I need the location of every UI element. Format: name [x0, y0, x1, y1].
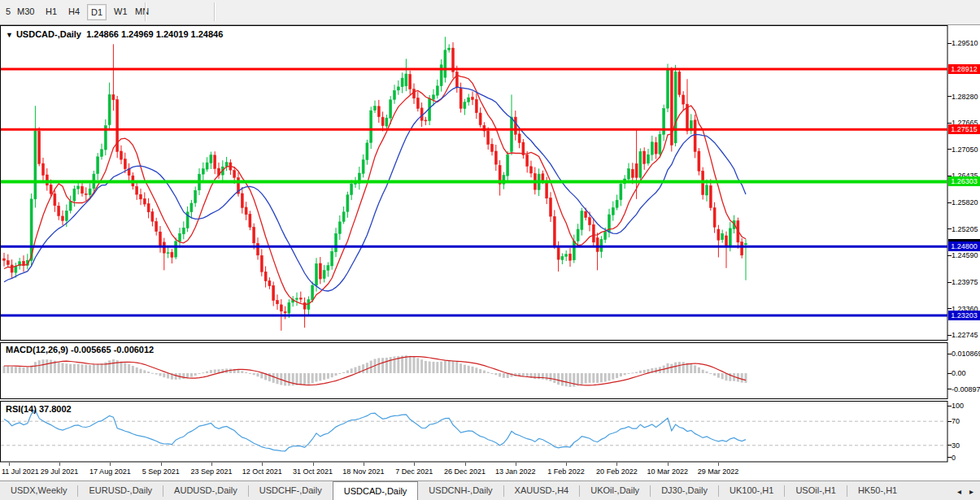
- candle: [472, 98, 474, 100]
- candle: [62, 216, 64, 220]
- candle: [140, 194, 142, 199]
- candle: [342, 212, 345, 222]
- macd-bar: [182, 373, 185, 379]
- macd-bar: [494, 373, 497, 375]
- date-label: 18 Nov 2021: [342, 467, 384, 476]
- tab-usdchf-daily[interactable]: USDCHF-,Daily: [249, 481, 333, 500]
- candle: [479, 113, 481, 125]
- macd-bar: [448, 360, 451, 373]
- candle: [589, 218, 591, 225]
- candle: [628, 169, 630, 179]
- tab-usoil-h1[interactable]: USOil-,H1: [785, 481, 847, 500]
- price-level-label: 1.24800: [948, 241, 980, 251]
- candle: [577, 229, 579, 241]
- chart-tab-bar: USDX,WeeklyEURUSD-,DailyAUDUSD-,DailyUSD…: [0, 480, 980, 500]
- candle: [179, 233, 181, 241]
- candle: [335, 233, 338, 251]
- candle: [42, 163, 45, 175]
- candle: [81, 186, 84, 193]
- macd-bar: [503, 373, 505, 378]
- tab-audusd-daily[interactable]: AUDUSD-,Daily: [163, 481, 248, 500]
- date-tick: [616, 463, 617, 466]
- candle: [455, 72, 458, 88]
- tab-ukoil-daily[interactable]: UKOil-,Daily: [580, 481, 650, 500]
- tab-hk50-h1[interactable]: HK50-,H1: [847, 481, 908, 500]
- macd-bar: [589, 373, 591, 383]
- candle: [241, 193, 243, 207]
- macd-bar: [272, 373, 275, 383]
- macd-bar: [721, 373, 724, 379]
- macd-bar: [194, 373, 197, 376]
- date-label: 10 Mar 2022: [647, 467, 688, 476]
- macd-bar: [409, 356, 412, 373]
- macd-bar: [592, 373, 595, 383]
- candle: [444, 50, 446, 77]
- macd-bar: [11, 367, 13, 373]
- tab-usdcad-daily[interactable]: USDCAD-,Daily: [333, 481, 419, 500]
- macd-bar: [323, 373, 325, 380]
- chart-canvas[interactable]: [0, 0, 980, 500]
- candle: [717, 229, 720, 240]
- tab-eurusd-daily[interactable]: EURUSD-,Daily: [78, 481, 163, 500]
- macd-bar: [452, 361, 455, 373]
- macd-bar: [620, 373, 622, 376]
- date-label: 1 Feb 2022: [547, 467, 585, 476]
- candle: [277, 300, 279, 303]
- tab-usdcnh-daily[interactable]: USDCNH-,Daily: [418, 481, 503, 500]
- candle: [557, 247, 560, 259]
- candle: [596, 238, 599, 252]
- macd-bar: [210, 370, 212, 373]
- macd-bar: [97, 364, 99, 373]
- price-level-label: 1.23203: [948, 311, 980, 320]
- date-label: 17 Aug 2021: [89, 467, 131, 476]
- candle: [245, 207, 247, 215]
- chart-dropdown-arrow[interactable]: ▼: [6, 31, 13, 39]
- tab-xauusd-h4[interactable]: XAUUSD-,H4: [504, 481, 580, 500]
- macd-bar: [331, 373, 333, 377]
- candle: [147, 204, 150, 212]
- date-axis[interactable]: 11 Jul 202129 Jul 202117 Aug 20215 Sep 2…: [0, 463, 980, 480]
- macd-bar: [112, 359, 115, 373]
- rsi-axis-label: 100: [952, 402, 964, 410]
- candle: [268, 280, 271, 285]
- macd-bar: [73, 364, 76, 373]
- macd-bar: [702, 370, 704, 373]
- tab-uk100-h1[interactable]: UK100-,H1: [719, 481, 784, 500]
- candle: [167, 253, 169, 254]
- date-tick: [262, 463, 263, 466]
- date-tick: [718, 463, 719, 466]
- date-tick: [211, 463, 212, 466]
- date-label: 13 Jan 2022: [495, 467, 536, 476]
- candle: [518, 134, 520, 143]
- macd-bar: [65, 363, 68, 373]
- macd-bar: [77, 364, 80, 373]
- candle: [288, 302, 290, 313]
- candle: [616, 200, 618, 207]
- macd-bar: [335, 373, 338, 376]
- macd-bar: [698, 367, 700, 373]
- candle: [573, 241, 575, 260]
- candle: [299, 298, 302, 300]
- tab-scroll-right-icon[interactable]: ▸: [969, 487, 973, 496]
- price-tick-label: 1.23975: [952, 278, 978, 286]
- candle: [394, 90, 396, 99]
- tab-dj30-daily[interactable]: DJ30-,Daily: [651, 481, 718, 500]
- rsi-axis-label: 70: [952, 417, 960, 425]
- candle: [46, 175, 48, 185]
- candle: [370, 111, 372, 142]
- tab-scroll-left-icon[interactable]: ◂: [957, 487, 961, 496]
- candle: [612, 207, 614, 215]
- macd-bar: [639, 371, 642, 373]
- macd-bar: [385, 358, 388, 373]
- macd-bar: [628, 373, 630, 374]
- candle: [468, 98, 470, 102]
- candle: [694, 120, 696, 152]
- macd-bar: [190, 373, 193, 377]
- tab-usdx-weekly[interactable]: USDX,Weekly: [0, 481, 77, 500]
- date-label: 29 Jul 2021: [41, 467, 79, 476]
- candle: [225, 163, 228, 167]
- macd-bar: [249, 373, 251, 374]
- macd-bar: [635, 372, 638, 373]
- candle: [34, 131, 37, 199]
- macd-bar: [85, 365, 87, 373]
